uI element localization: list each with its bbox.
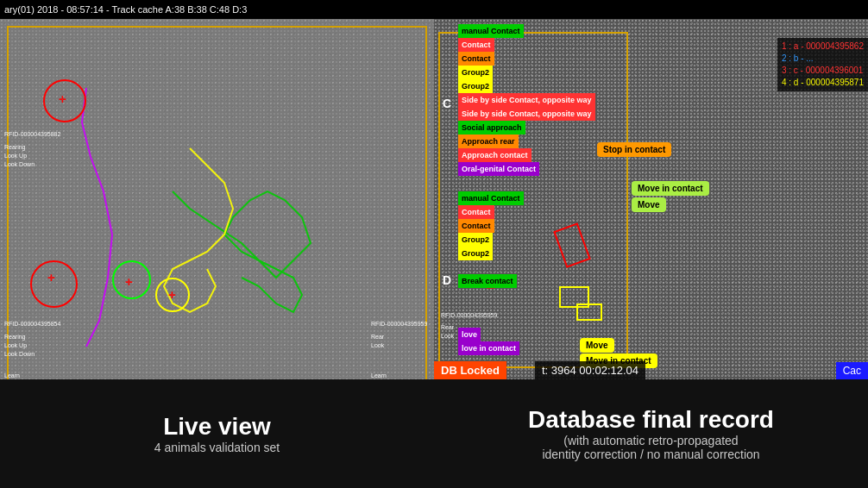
tag-group2-1: Group2 <box>458 66 493 79</box>
live-view-title: Live view <box>163 413 271 441</box>
tooltip-move-bottom: Move <box>580 338 614 353</box>
cache-button-label: Cac <box>843 365 861 377</box>
right-animal-yellow-box-2 <box>576 303 602 321</box>
top-bar-text: ary(01) 2018 - 08:57:14 - Track cache A:… <box>4 4 247 15</box>
tag-oral-genital: Oral-genital Contact <box>458 162 539 176</box>
db-subtitle-1: (with automatic retro-propagated <box>563 434 738 447</box>
tag-manual-contact: manual Contact <box>458 24 524 38</box>
tag-group2-4: Group2 <box>458 247 493 260</box>
animal-status-rearing-2: Rearing <box>4 334 26 340</box>
tooltip-stop-in-contact: Stop in contact <box>597 142 671 157</box>
rfid-right-status-rear: Rear <box>441 324 454 330</box>
rfid-label-2: RFID-000004395854 <box>4 321 60 327</box>
animal-status-lookup: Look Up <box>4 153 27 159</box>
left-panel: ✛ ✛ ✛ ✛ RFID-000004395882 Rearing Look U… <box>0 19 434 398</box>
learn-label-1: Learn <box>4 372 20 379</box>
tag-break-contact: Break contact <box>458 274 517 288</box>
tag-contact-3: Contact <box>458 205 494 219</box>
animal-status-look-3: Look <box>371 342 384 348</box>
animal-status-lookup-2: Look Up <box>4 342 27 348</box>
db-locked-badge: DB Locked <box>434 361 506 379</box>
animal-status-rear-3: Rear <box>371 334 384 340</box>
db-locked-text: DB Locked <box>441 364 500 377</box>
tag-group2-2: Group2 <box>458 79 493 93</box>
rfid-label-1: RFID-000004395882 <box>4 131 60 137</box>
legend-item-d: 4 : d - 000004395871 <box>782 77 864 89</box>
tag-social-approach: Social approach <box>458 121 525 135</box>
cache-button[interactable]: Cac <box>836 362 868 379</box>
animal-status-rearing: Rearing <box>4 144 26 150</box>
legend-panel: 1 : a - 000004395862 2 : b - ... 3 : c -… <box>777 38 868 91</box>
animal-circle-left <box>30 260 78 308</box>
track-overlay <box>0 19 434 398</box>
top-bar: ary(01) 2018 - 08:57:14 - Track cache A:… <box>0 0 868 19</box>
tag-side-by-side-2: Side by side Contact, opposite way <box>458 107 595 121</box>
db-subtitle-2: identity correction / no manual correcti… <box>542 447 759 461</box>
bottom-left-panel: Live view 4 animals validation set <box>0 379 434 488</box>
legend-item-a: 1 : a - 000004395862 <box>782 41 864 53</box>
bottom-right-panel: Database final record (with automatic re… <box>434 379 868 488</box>
animal-status-lookdown: Look Down <box>4 161 35 167</box>
rfid-label-3: RFID-000004395959 <box>371 321 427 327</box>
tag-side-by-side-1: Side by side Contact, opposite way <box>458 93 595 107</box>
timestamp-display: t: 3964 00:02:12.04 <box>535 361 645 379</box>
animal-status-lookdown-2: Look Down <box>4 351 35 357</box>
tag-contact-4: Contact <box>458 219 494 233</box>
db-title: Database final record <box>528 406 774 434</box>
tag-group2-3: Group2 <box>458 233 493 247</box>
tag-approach-contact: Approach contact <box>458 148 531 162</box>
animal-marker-3: ✛ <box>125 278 132 287</box>
learn-label-2: Learn <box>371 372 387 379</box>
rfid-right-1: RFID-000004395959 <box>441 312 497 318</box>
tooltip-move: Move <box>632 197 666 212</box>
animal-marker-4: ✛ <box>168 291 175 300</box>
tag-manual-contact-2: manual Contact <box>458 191 524 205</box>
right-panel: Play speed: 1/1 1 : a - 000004395862 2 :… <box>434 19 868 398</box>
tooltip-move-in-contact: Move in contact <box>632 181 709 196</box>
bottom-bar: Live view 4 animals validation set Datab… <box>0 379 868 488</box>
legend-item-b: 2 : b - ... <box>782 53 864 65</box>
tag-love-in-contact: love in contact <box>458 341 519 355</box>
tag-contact-1: Contact <box>458 38 494 52</box>
timestamp-text: t: 3964 00:02:12.04 <box>542 364 638 377</box>
rfid-right-status-look: Look <box>441 333 454 339</box>
animal-marker-2: ✛ <box>47 273 54 283</box>
legend-item-c: 3 : c - 000004396001 <box>782 65 864 77</box>
tag-approach-rear: Approach rear <box>458 135 519 148</box>
animal-marker-1: ✛ <box>59 95 66 104</box>
arena-letter-c: C <box>443 97 451 110</box>
live-view-subtitle: 4 animals validation set <box>154 441 280 454</box>
arena-letter-d: D <box>443 273 451 287</box>
tag-love: love <box>458 328 481 341</box>
tag-contact-2: Contact <box>458 52 494 66</box>
